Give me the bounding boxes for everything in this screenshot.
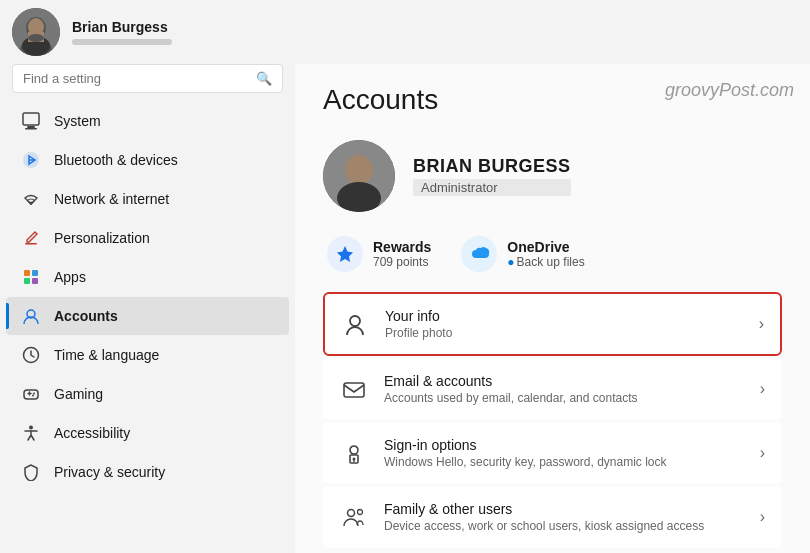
sidebar-item-time-label: Time & language — [54, 347, 159, 363]
signin-chevron: › — [760, 444, 765, 462]
svg-point-28 — [350, 316, 360, 326]
svg-point-11 — [30, 202, 33, 205]
signin-text: Sign-in options Windows Hello, security … — [384, 437, 744, 469]
svg-rect-13 — [24, 270, 30, 276]
rewards-title: Rewards — [373, 239, 431, 255]
family-title: Family & other users — [384, 501, 744, 517]
sidebar-item-privacy-label: Privacy & security — [54, 464, 165, 480]
svg-rect-9 — [25, 128, 37, 130]
your-info-title: Your info — [385, 308, 743, 324]
sidebar-item-apps-label: Apps — [54, 269, 86, 285]
onedrive-title: OneDrive — [507, 239, 584, 255]
settings-list: Your info Profile photo › Email & acco — [323, 292, 782, 548]
family-text: Family & other users Device access, work… — [384, 501, 744, 533]
email-icon — [340, 375, 368, 403]
onedrive-card[interactable]: OneDrive ●Back up files — [461, 236, 584, 272]
svg-rect-14 — [32, 270, 38, 276]
email-title: Email & accounts — [384, 373, 744, 389]
network-icon — [22, 190, 40, 208]
settings-item-family[interactable]: Family & other users Device access, work… — [323, 486, 782, 548]
privacy-icon — [22, 463, 40, 481]
your-info-chevron: › — [759, 315, 764, 333]
user-bar-decoration — [72, 39, 172, 45]
settings-item-your-info[interactable]: Your info Profile photo › — [323, 292, 782, 356]
settings-item-email[interactable]: Email & accounts Accounts used by email,… — [323, 358, 782, 420]
svg-rect-8 — [27, 126, 35, 128]
sidebar-nav: System Bluetooth & devices — [0, 101, 295, 492]
svg-point-21 — [32, 395, 34, 397]
watermark-text: groovyPost.com — [665, 80, 794, 101]
svg-rect-30 — [344, 383, 364, 397]
svg-rect-7 — [23, 113, 39, 125]
family-desc: Device access, work or school users, kio… — [384, 519, 744, 533]
email-chevron: › — [760, 380, 765, 398]
signin-title: Sign-in options — [384, 437, 744, 453]
sidebar-item-accessibility-label: Accessibility — [54, 425, 130, 441]
gaming-icon — [22, 385, 40, 403]
bluetooth-icon — [22, 151, 40, 169]
your-info-desc: Profile photo — [385, 326, 743, 340]
user-info: Brian Burgess — [72, 19, 172, 45]
system-icon — [22, 112, 40, 130]
sidebar-item-network[interactable]: Network & internet — [6, 180, 289, 218]
rewards-points: 709 points — [373, 255, 431, 269]
rewards-card[interactable]: Rewards 709 points — [327, 236, 431, 272]
svg-marker-27 — [337, 246, 353, 262]
rewards-text: Rewards 709 points — [373, 239, 431, 269]
info-cards: Rewards 709 points OneDrive ●Back up fil… — [323, 236, 782, 272]
svg-point-34 — [348, 510, 355, 517]
sidebar-item-privacy[interactable]: Privacy & security — [6, 453, 289, 491]
sidebar-item-gaming-label: Gaming — [54, 386, 103, 402]
accounts-icon — [22, 307, 40, 325]
apps-icon — [22, 268, 40, 286]
sidebar-item-personalization[interactable]: Personalization — [6, 219, 289, 257]
content-area: groovyPost.com Accounts BRIAN BURGESS Ad… — [295, 64, 810, 553]
email-text: Email & accounts Accounts used by email,… — [384, 373, 744, 405]
sidebar-item-personalization-label: Personalization — [54, 230, 150, 246]
sidebar-item-system[interactable]: System — [6, 102, 289, 140]
search-icon: 🔍 — [256, 71, 272, 86]
profile-avatar — [323, 140, 395, 212]
svg-rect-12 — [25, 243, 37, 245]
username-label: Brian Burgess — [72, 19, 172, 35]
sidebar-item-accounts[interactable]: Accounts — [6, 297, 289, 335]
profile-section: BRIAN BURGESS Administrator — [323, 136, 782, 216]
sidebar-item-accounts-label: Accounts — [54, 308, 118, 324]
svg-point-22 — [29, 426, 33, 430]
search-input[interactable] — [23, 71, 248, 86]
profile-role: Administrator — [413, 179, 571, 196]
accessibility-icon — [22, 424, 40, 442]
avatar — [12, 8, 60, 56]
rewards-icon — [327, 236, 363, 272]
svg-point-20 — [33, 393, 35, 395]
sidebar: 🔍 System — [0, 64, 295, 553]
profile-details: BRIAN BURGESS Administrator — [413, 156, 571, 196]
your-info-text: Your info Profile photo — [385, 308, 743, 340]
svg-point-6 — [28, 34, 44, 42]
signin-icon — [340, 439, 368, 467]
onedrive-text: OneDrive ●Back up files — [507, 239, 584, 269]
personalization-icon — [22, 229, 40, 247]
sidebar-item-apps[interactable]: Apps — [6, 258, 289, 296]
email-desc: Accounts used by email, calendar, and co… — [384, 391, 744, 405]
time-icon — [22, 346, 40, 364]
svg-point-31 — [350, 446, 358, 454]
settings-item-signin[interactable]: Sign-in options Windows Hello, security … — [323, 422, 782, 484]
sidebar-item-bluetooth[interactable]: Bluetooth & devices — [6, 141, 289, 179]
svg-point-35 — [358, 510, 363, 515]
sidebar-item-gaming[interactable]: Gaming — [6, 375, 289, 413]
search-box[interactable]: 🔍 — [12, 64, 283, 93]
your-info-icon — [341, 310, 369, 338]
sidebar-item-accessibility[interactable]: Accessibility — [6, 414, 289, 452]
app-window: Brian Burgess 🔍 — [0, 0, 810, 553]
svg-rect-15 — [24, 278, 30, 284]
title-bar: Brian Burgess — [0, 0, 810, 64]
profile-name: BRIAN BURGESS — [413, 156, 571, 177]
sidebar-item-time[interactable]: Time & language — [6, 336, 289, 374]
svg-rect-16 — [32, 278, 38, 284]
svg-rect-19 — [24, 390, 38, 399]
main-layout: 🔍 System — [0, 64, 810, 553]
family-chevron: › — [760, 508, 765, 526]
sidebar-item-system-label: System — [54, 113, 101, 129]
sidebar-item-bluetooth-label: Bluetooth & devices — [54, 152, 178, 168]
